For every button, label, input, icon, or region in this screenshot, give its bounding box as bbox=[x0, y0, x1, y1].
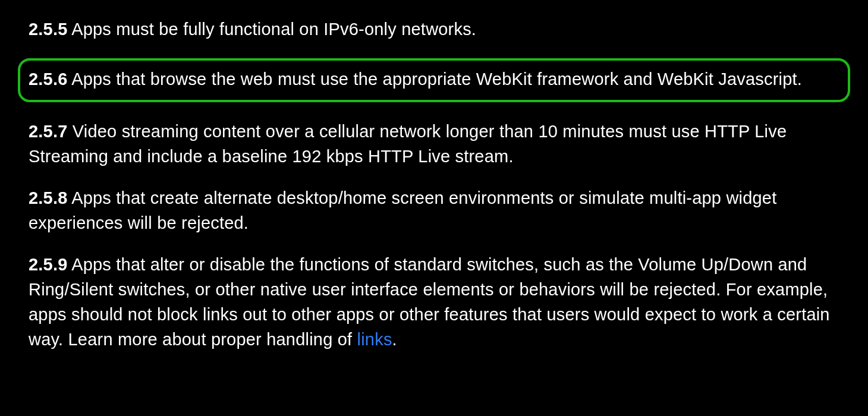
rule-number: 2.5.6 bbox=[29, 70, 68, 89]
rule-2-5-5: 2.5.5 Apps must be fully functional on I… bbox=[29, 17, 839, 42]
rule-number: 2.5.5 bbox=[29, 20, 68, 39]
guidelines-list: 2.5.5 Apps must be fully functional on I… bbox=[0, 17, 868, 352]
rule-number: 2.5.8 bbox=[29, 188, 68, 207]
rule-number: 2.5.9 bbox=[29, 255, 68, 274]
rule-text: Apps must be fully functional on IPv6-on… bbox=[68, 20, 477, 39]
rule-text: Video streaming content over a cellular … bbox=[29, 122, 787, 166]
rule-2-5-9: 2.5.9 Apps that alter or disable the fun… bbox=[29, 252, 839, 352]
links-link[interactable]: links bbox=[357, 330, 392, 349]
rule-number: 2.5.7 bbox=[29, 122, 68, 141]
rule-2-5-6-highlighted: 2.5.6 Apps that browse the web must use … bbox=[18, 58, 850, 102]
rule-2-5-8: 2.5.8 Apps that create alternate desktop… bbox=[29, 185, 839, 235]
rule-text-part-b: . bbox=[392, 330, 397, 349]
rule-text: Apps that create alternate desktop/home … bbox=[29, 188, 776, 232]
rule-text: Apps that browse the web must use the ap… bbox=[68, 70, 803, 89]
rule-2-5-7: 2.5.7 Video streaming content over a cel… bbox=[29, 119, 839, 169]
rule-text-part-a: Apps that alter or disable the functions… bbox=[29, 255, 830, 349]
